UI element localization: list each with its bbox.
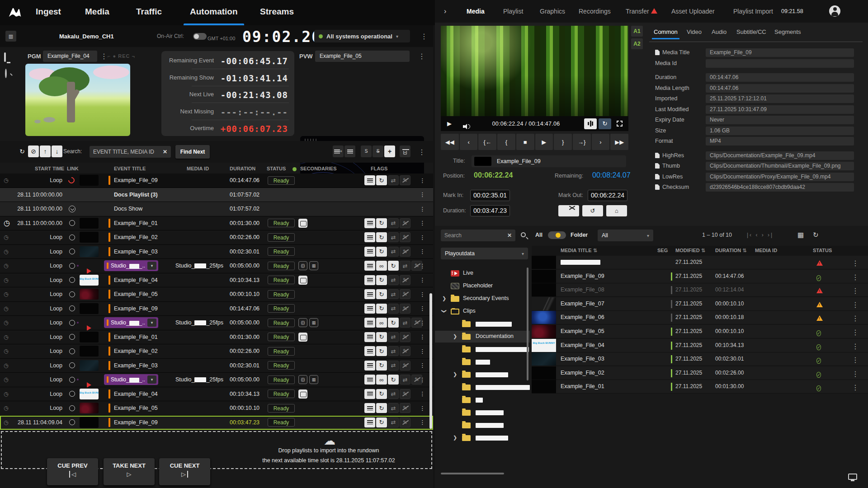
flag-swap-icon[interactable]: ⇄ [388,175,399,185]
clear-search-icon[interactable]: ✕ [163,149,167,155]
flag-swap-icon[interactable]: ⇄ [388,332,399,342]
graphics-secondary-icon[interactable] [298,389,307,399]
tree-item-folder[interactable] [435,394,530,406]
row-menu-icon[interactable]: ⋮ [420,245,426,259]
tree-item-folder[interactable] [435,407,530,418]
row-menu-icon[interactable]: ⋮ [420,330,426,344]
restore-marks-button[interactable]: ↺ [582,205,603,216]
flag-swap-icon[interactable]: ⇄ [400,318,410,328]
rundown-row[interactable]: ◷28.11 11:04:09.04Example_File_0900:03:4… [0,416,433,430]
find-next-button[interactable]: Find Next [175,145,210,159]
media-column-duration[interactable]: DURATION ⇅ [715,248,747,253]
audio-badge-a1[interactable]: A1 [631,26,643,37]
tree-vertical-scrollbar[interactable] [527,267,528,380]
flag-swap-icon[interactable]: ⇄ [388,361,399,371]
flag-swap-icon[interactable]: ⇄ [400,261,410,271]
rundown-row[interactable]: ◷LoopStudio__..▾Studio__25fps00:05:00.00… [0,373,433,387]
scroll-to-bottom-icon[interactable]: ↓ [52,145,62,157]
rundown-search-input[interactable]: EVENT TITLE, MEDIA ID ✕ [90,146,171,158]
column-flags[interactable]: FLAGS [371,166,387,171]
flag-inf-icon[interactable]: ∞ [376,318,387,328]
scope-toggle[interactable] [548,231,566,239]
row-menu-icon[interactable]: ⋮ [420,401,426,415]
system-status-dropdown[interactable]: All systems operational ▾ [314,30,410,42]
chevron-icon[interactable]: ❯ [453,333,457,339]
row-menu-icon[interactable]: ⋮ [420,373,426,387]
event-title[interactable]: Studio__..▾ [104,373,158,387]
tree-item-folder[interactable] [435,343,530,355]
media-row[interactable]: Example_File_03 27.11.2025 00:02:30.01 ✓… [532,352,868,366]
flag-noedit-icon[interactable]: ✎ [400,361,410,371]
flag-inf-icon[interactable]: ∞ [376,375,387,385]
media-row[interactable]: Example_File_08 27.11.2025 00:12:14.04 ⋮ [532,283,868,297]
flag-loop-icon[interactable]: ↻ [376,332,387,342]
flag-list-icon[interactable] [364,261,375,271]
panel-tab-playlist[interactable]: Playlist [503,0,523,23]
tree-item-documentation[interactable]: ❯Documentation [435,331,530,343]
flag-list-icon[interactable] [364,389,375,399]
rundown-scrollbar[interactable] [429,293,432,429]
add-event-icon[interactable]: + [384,145,395,157]
chevron-down-icon[interactable]: ▾ [147,375,156,384]
delete-icon[interactable]: ✕ [400,145,410,157]
flag-list-icon[interactable] [364,289,375,299]
cue-prev-button[interactable]: CUE PREV◁ [47,458,98,485]
media-row-menu-icon[interactable]: ⋮ [852,314,858,323]
rundown-row[interactable]: ◷LoopExample_File_0500:00:10.10Ready↻⇄✎⋮ [0,401,433,416]
transport-button-0[interactable]: ◀◀ [441,134,459,150]
tree-item-clips[interactable]: ❯Clips [435,305,530,317]
take-next-button[interactable]: TAKE NEXT▷ [104,458,155,485]
chevron-icon[interactable]: ❯ [453,435,457,441]
flag-swap-icon[interactable]: ⇄ [388,289,399,299]
media-column-status[interactable]: STATUS [813,248,832,253]
audio-levels-toggle[interactable] [584,118,597,129]
transport-button-6[interactable]: } [554,134,572,150]
channel-menu-icon[interactable]: ⋮ [420,32,427,41]
meta-tab-segments[interactable]: Segments [774,28,801,35]
media-row[interactable]: Example_File_09 27.11.2025 00:14:47.06 ✓… [532,270,868,283]
flag-loop-icon[interactable]: ↻ [376,289,387,299]
pgm-rec-button[interactable]: ⌐ ● REC ¬ [108,53,135,59]
event-title[interactable]: Studio__..▾ [104,259,158,273]
pgm-file-select[interactable]: Example_File_04 [43,51,97,62]
tree-horizontal-scrollbar[interactable] [441,473,504,474]
trim-scissors-button[interactable] [558,205,579,216]
chevron-icon[interactable]: ❯ [453,371,457,377]
chevron-icon[interactable]: ❯ [442,296,446,301]
storage-root-select[interactable]: Playoutdata▾ [441,248,528,259]
panel-tab-recordings[interactable]: Recordings [579,0,611,23]
rundown-row[interactable]: ◷LoopExample_File_0900:14:47.06Ready↻⇄✎⋮ [0,302,433,316]
row-menu-icon[interactable]: ⋮ [420,259,426,273]
flag-noedit-icon[interactable]: ✎ [400,289,410,299]
flag-noedit-icon[interactable]: ✎ [400,389,410,399]
rundown-row[interactable]: ◷LoopExample_File_0200:02:26.00Ready↻⇄✎⋮ [0,344,433,359]
expand-chevron-icon[interactable] [69,206,75,212]
flag-list-icon[interactable] [364,418,375,427]
media-row[interactable]: Example_File_04 27.11.2025 00:10:34.13 ✓… [532,339,868,352]
flag-noedit-icon[interactable]: ✎ [400,218,410,228]
row-menu-icon[interactable]: ⋮ [420,344,426,358]
graphics-secondary-icon[interactable] [298,333,307,342]
flag-noedit-icon[interactable]: ✎ [400,304,410,314]
rundown-row[interactable]: ◷LoopExample_File_0300:02:30.01Ready↻⇄✎⋮ [0,245,433,259]
event-title[interactable]: Studio__..▾ [104,316,158,330]
column-status[interactable]: STATUS [267,166,286,171]
meta-tab-common[interactable]: Common [654,28,678,35]
flag-loop-icon[interactable]: ↻ [376,403,387,413]
transport-button-8[interactable]: › [592,134,610,150]
transport-button-1[interactable]: ‹ [460,134,478,150]
meta-tab-video[interactable]: Video [687,28,702,35]
tree-item-folder[interactable] [435,419,530,431]
pvw-menu-icon[interactable]: ⋮ [418,52,425,61]
refresh-icon[interactable]: ↻ [17,145,28,157]
media-row[interactable]: 27.11.2025 ⋮ [532,256,868,269]
pagination-arrows[interactable]: |‹ ‹ › ›| [747,232,774,238]
bottom-monitor-icon[interactable] [848,474,857,480]
panel-tab-media[interactable]: Media [467,0,485,23]
audio-badge-a2[interactable]: A2 [631,38,643,49]
row-menu-icon[interactable]: ⋮ [420,387,426,401]
rundown-row[interactable]: ◷LoopExample_File_0300:02:30.01Ready↻⇄✎⋮ [0,359,433,373]
nav-tab-ingest[interactable]: Ingest [36,0,61,25]
chevron-down-icon[interactable]: ▾ [147,319,156,327]
rundown-row[interactable]: ◷LoopExample_File_0400:10:34.13Ready↻⇄✎⋮ [0,273,433,288]
